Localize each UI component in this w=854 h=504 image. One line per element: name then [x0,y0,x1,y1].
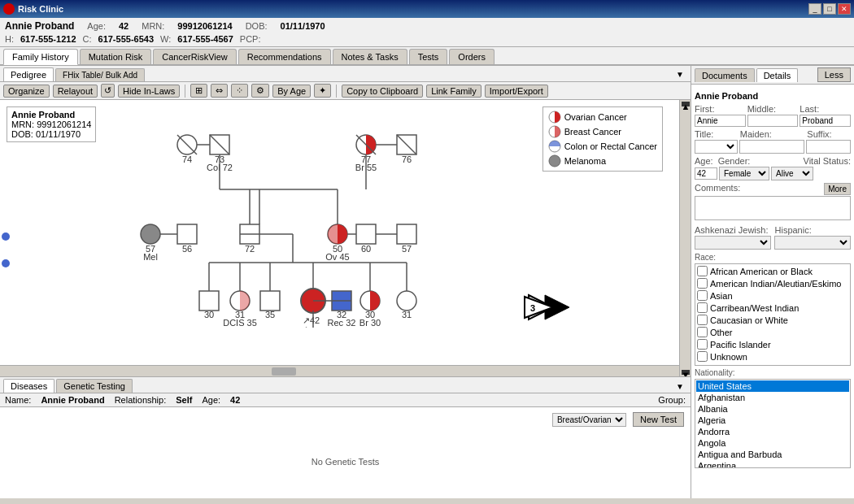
gender-select[interactable]: Female Male [719,167,769,180]
nationality-argentina[interactable]: Argentina [696,460,849,468]
nationality-united-states[interactable]: United States [696,380,849,392]
title-bar: Risk Clinic _ □ ✕ [0,0,854,18]
tab-family-history[interactable]: Family History [3,49,78,65]
minimize-button[interactable]: _ [808,3,821,15]
tab-documents[interactable]: Documents [695,68,755,82]
race-caucasian-checkbox[interactable] [697,315,708,325]
first-input[interactable] [695,115,746,127]
relayout-button[interactable]: Relayout [53,85,98,98]
tab-mutation-risk[interactable]: Mutation Risk [80,49,152,64]
v-scroll-up[interactable]: ▲ [682,102,690,106]
race-other-label: Other [710,328,733,337]
tab-notes-tasks[interactable]: Notes & Tasks [333,49,407,64]
nationality-afghanistan[interactable]: Afghanistan [696,392,849,403]
link-family-button[interactable]: Link Family [426,85,481,98]
race-unknown-checkbox[interactable] [697,351,708,362]
nationality-list[interactable]: United States Afghanistan Albania Algeri… [695,379,851,468]
svg-text:Br 30: Br 30 [359,318,381,328]
race-unknown[interactable]: Unknown [697,351,848,362]
legend-box: Ovarian Cancer Breast Cancer [542,106,663,172]
tab-recommendations[interactable]: Recommendations [238,49,331,64]
nationality-antigua[interactable]: Antigua and Barbuda [696,449,849,460]
header-row1: Annie Proband Age: 42 MRN: 99912061214 D… [5,20,849,32]
race-asian[interactable]: Asian [697,290,848,301]
title-select[interactable] [695,140,738,154]
legend-colon: Colon or Rectal Cancer [548,140,657,153]
sub-tabs-dropdown[interactable]: ▼ [673,68,687,80]
more-button[interactable]: More [824,183,851,195]
race-other-checkbox[interactable] [697,327,708,337]
nationality-andorra[interactable]: Andorra [696,426,849,437]
tab-genetic-testing[interactable]: Genetic Testing [56,379,133,393]
maiden-label: Maiden: [740,129,806,139]
race-pacific[interactable]: Pacific Islander [697,339,848,350]
last-input[interactable] [800,115,851,127]
title-bar-controls[interactable]: _ □ ✕ [808,3,851,15]
race-caucasian[interactable]: Caucasian or White [697,315,848,325]
comments-textarea[interactable] [695,196,851,220]
copy-to-clipboard-button[interactable]: Copy to Clipboard [342,85,423,98]
svg-point-22 [141,224,160,244]
svg-rect-44 [199,291,219,311]
tab-tests[interactable]: Tests [409,49,448,64]
race-american-indian-checkbox[interactable] [697,278,708,289]
by-age-button[interactable]: By Age [272,85,311,98]
new-test-button[interactable]: New Test [633,412,684,427]
nationality-albania[interactable]: Albania [696,403,849,415]
grid-button[interactable]: ⊞ [190,84,207,98]
age-field-label: Age: [695,156,713,166]
horizontal-scrollbar[interactable] [0,365,679,376]
tab-details[interactable]: Details [756,68,799,82]
race-carribean-checkbox[interactable] [697,302,708,313]
pedigree-area[interactable]: Annie Proband MRN: 99912061214 DOB: 01/1… [0,100,679,365]
v-scroll-down[interactable]: ▼ [682,370,690,375]
race-pacific-checkbox[interactable] [697,339,708,350]
nationality-angola[interactable]: Angola [696,437,849,449]
ashkenazi-select[interactable] [695,236,771,250]
dots-button[interactable]: ⁘ [231,84,248,98]
h-phone: 617-555-1212 [20,34,76,44]
race-american-indian[interactable]: American Indian/Aleutian/Eskimo [697,278,848,289]
vertical-scrollbar[interactable]: ▲ ▼ [679,100,691,376]
age-value-bottom: 42 [230,395,240,405]
suffix-input[interactable] [806,140,851,154]
gender-field-label: Gender: [718,156,751,166]
comments-label-row: Comments: More [695,183,851,195]
tab-orders[interactable]: Orders [449,49,495,64]
hide-inlaws-button[interactable]: Hide In-Laws [118,85,180,98]
close-button[interactable]: ✕ [838,3,851,15]
race-african-checkbox[interactable] [697,266,708,276]
bottom-panel: Diseases Genetic Testing ▼ Name: Annie P… [0,376,691,498]
sub-tab-fhix[interactable]: FHix Table/ Bulk Add [55,68,145,81]
race-asian-checkbox[interactable] [697,290,708,301]
race-carribean[interactable]: Carribean/West Indian [697,302,848,313]
star-button[interactable]: ✦ [314,84,331,98]
race-other[interactable]: Other [697,327,848,337]
tab-cancer-risk-view[interactable]: CancerRiskView [153,49,237,64]
arrows-button[interactable]: ⇔ [211,84,228,98]
rotate-button[interactable]: ↺ [101,84,115,98]
import-export-button[interactable]: Import/Export [485,85,548,98]
ashkenazi-label: Ashkenazi Jewish: [695,225,769,235]
race-carribean-label: Carribean/West Indian [710,303,799,313]
h-scroll-thumb[interactable] [272,367,296,376]
bottom-tabs-dropdown[interactable]: ▼ [673,380,687,393]
organize-button[interactable]: Organize [3,85,50,98]
less-button[interactable]: Less [817,67,851,82]
svg-text:60: 60 [361,244,371,254]
settings-button[interactable]: ⚙ [251,84,269,98]
middle-input[interactable] [747,115,799,127]
toolbar-sep2 [336,85,337,98]
hispanic-select[interactable] [774,236,851,250]
age-input[interactable] [695,167,717,180]
vital-select[interactable]: Alive Deceased [771,167,813,180]
sub-tab-pedigree[interactable]: Pedigree [3,67,54,81]
nationality-algeria[interactable]: Algeria [696,415,849,426]
cancer-type-select[interactable]: Breast/Ovarian [552,413,626,427]
race-african[interactable]: African American or Black [697,266,848,276]
title-inputs-row [695,140,851,154]
maximize-button[interactable]: □ [823,3,836,15]
maiden-input[interactable] [739,140,804,154]
tab-diseases[interactable]: Diseases [3,379,54,393]
race-unknown-label: Unknown [710,352,747,362]
